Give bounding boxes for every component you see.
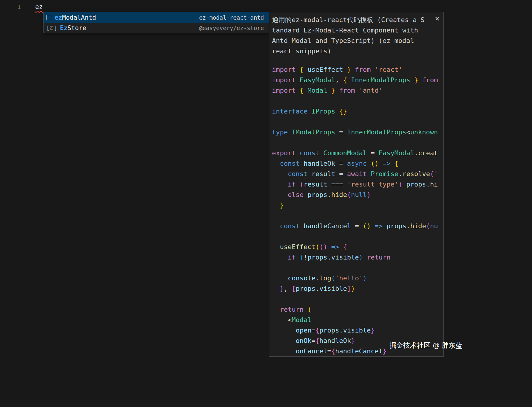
doc-title-line: react snippets) (272, 46, 430, 56)
snippet-icon (46, 15, 51, 20)
code-line: return ( (272, 304, 443, 315)
code-line: export const CommonModal = EasyModal.cre… (272, 148, 443, 158)
doc-title-line: 通用的ez-modal-react代码模板 (Creates a S (272, 15, 430, 25)
code-line: const handleCancel = () => props.hide(nu (272, 221, 443, 231)
suggest-item-label: EzStore (60, 24, 86, 32)
doc-title: 通用的ez-modal-react代码模板 (Creates a S tanda… (269, 12, 443, 56)
doc-panel: × 通用的ez-modal-react代码模板 (Creates a S tan… (269, 12, 444, 357)
code-line: if (result === 'result type') props.hi (272, 179, 443, 189)
code-line (272, 262, 443, 273)
code-line (272, 231, 443, 242)
code-line: interface IProps {} (272, 106, 443, 116)
code-line (272, 116, 443, 127)
line-number: 1 (0, 2, 21, 12)
suggest-item-ezmodalantd[interactable]: ezModalAntd ez-modal-react-antd (44, 12, 269, 23)
code-line: else props.hide(null) (272, 189, 443, 200)
code-line: const result = await Promise.resolve(' (272, 169, 443, 179)
suggest-label-rest: Store (67, 24, 86, 32)
watermark: 掘金技术社区 @ 胖东蓝 (389, 341, 463, 350)
close-icon[interactable]: × (435, 15, 440, 22)
suggest-widget: ezModalAntd ez-modal-react-antd EzStore … (43, 12, 269, 33)
code-line: } (272, 200, 443, 210)
doc-code: import { useEffect } from 'react'import … (269, 56, 443, 356)
code-line: const handleOk = async () => { (272, 158, 443, 169)
typed-text[interactable]: ez (35, 2, 43, 12)
editor-line: 1 ez (0, 2, 532, 12)
code-line: <Modal (272, 315, 443, 325)
doc-title-line: tandard Ez-Modal-React Component with (272, 25, 430, 35)
code-line: useEffect(() => { (272, 242, 443, 252)
code-line: type IModalProps = InnerModalProps<unkno… (272, 127, 443, 137)
store-snippet-icon (46, 25, 57, 31)
suggest-label-match: ez (55, 14, 62, 21)
code-line (272, 96, 443, 106)
suggest-item-ezstore[interactable]: EzStore @easyevery/ez-store (44, 23, 269, 33)
suggest-item-label: ezModalAntd (55, 14, 96, 21)
code-line: open={props.visible} (272, 325, 443, 335)
suggest-item-detail: @easyevery/ez-store (199, 25, 264, 31)
code-line (272, 137, 443, 148)
code-line (272, 210, 443, 221)
suggest-item-detail: ez-modal-react-antd (199, 14, 264, 21)
suggest-label-match: Ez (60, 24, 67, 32)
code-line: import { useEffect } from 'react' (272, 64, 443, 75)
code-line (272, 294, 443, 304)
suggest-label-rest: ModalAntd (62, 14, 96, 21)
code-line: console.log('hello') (272, 273, 443, 283)
doc-title-line: Antd Modal and TypeScript) (ez modal (272, 35, 430, 46)
code-line: import { Modal } from 'antd' (272, 85, 443, 96)
code-line: if (!props.visible) return (272, 252, 443, 262)
code-line: }, [props.visible]) (272, 283, 443, 294)
code-line: import EasyModal, { InnerModalProps } fr… (272, 75, 443, 85)
